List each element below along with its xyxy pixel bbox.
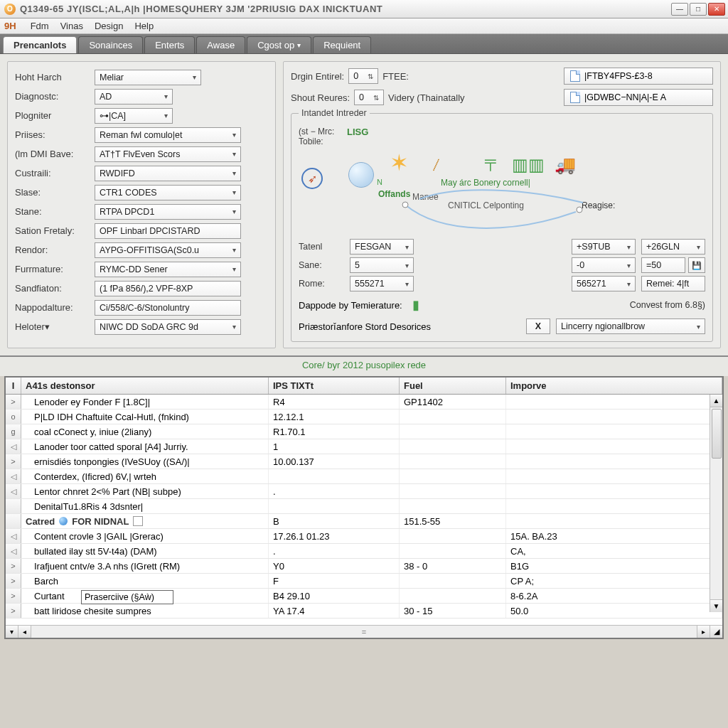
tab-awase[interactable]: Awase: [196, 36, 245, 53]
scroll-left-icon[interactable]: ▾: [6, 626, 18, 638]
table-row[interactable]: ◁Conterdex, (Ificred) 6V,| wrteh: [6, 469, 722, 484]
field-select[interactable]: AYPG-OFFITISGA(Sc0.u▾: [95, 242, 241, 258]
table-row[interactable]: DenitalTu1.8Ris 4 3dsnter|: [6, 499, 722, 514]
row-handle[interactable]: ◁: [6, 469, 21, 483]
row-handle[interactable]: g: [6, 424, 21, 439]
tab-requient[interactable]: Requient: [313, 36, 371, 53]
tab-prencanlots[interactable]: Prencanlots: [3, 36, 77, 53]
table-row[interactable]: >Irafjuent cntv/e 3.A nhs (IGrett (RM)Y0…: [6, 559, 722, 574]
remei-input[interactable]: Remei: 4|ft: [641, 276, 705, 291]
tab-enterts[interactable]: Enterts: [144, 36, 195, 53]
col-fuel[interactable]: Fuel: [400, 378, 506, 394]
field-select[interactable]: Ci/558/C-6/Stonoluntry: [95, 300, 241, 316]
tatenl-select[interactable]: FESGAN▾: [350, 239, 414, 255]
row-handle[interactable]: >: [6, 395, 21, 409]
row-handle[interactable]: ◁: [6, 529, 21, 543]
field-select[interactable]: AD▾: [95, 89, 173, 105]
cell-destonsor: Lentor chnret 2<% Part (NB| subpe): [21, 484, 269, 498]
menu-design[interactable]: Design: [95, 21, 123, 31]
cell-c4: [506, 499, 722, 513]
row-handle[interactable]: >: [6, 604, 21, 618]
cell-c3: [400, 469, 506, 483]
field-select[interactable]: ⊶|CA]▾: [95, 108, 173, 124]
x-button[interactable]: X: [526, 318, 550, 334]
diagram-area: ➶ ✶ ⟋ ╤ ▥▥ 🚚 Offands N May árc Bonery co…: [299, 149, 705, 235]
save-mini-button[interactable]: 💾: [688, 257, 705, 273]
maximize-button[interactable]: □: [690, 3, 707, 16]
battery-icon: ▮: [412, 297, 419, 313]
row-handle[interactable]: ◁: [6, 484, 21, 498]
table-row[interactable]: gcoal cConect y, iniue (2liany)R1.70.1: [6, 424, 722, 439]
menu-help[interactable]: Help: [134, 21, 154, 31]
cell-destonsor: ernisdiés tonpongies (IVeSUoy ((SA/)|: [21, 454, 269, 469]
tab-cgostop[interactable]: Cgost op▾: [247, 36, 311, 53]
field-select[interactable]: RWDIFD▾: [95, 166, 241, 181]
field-select[interactable]: RYMC-DD Sener▾: [95, 262, 241, 277]
drgin-spinner[interactable]: 0⇅: [348, 68, 378, 84]
row-handle[interactable]: [6, 514, 21, 528]
menu-vinas[interactable]: Vinas: [60, 21, 83, 31]
col-ips[interactable]: IPS TIXTt: [269, 378, 400, 394]
globe-icon: [348, 162, 374, 188]
table-row[interactable]: oP|LD IDH Chaftuite Ccal-Hutl, (fnkind)1…: [6, 410, 722, 424]
table-row[interactable]: ◁Lanoder toor catted sporal [A4] Jurriy.…: [6, 439, 722, 454]
r50-input[interactable]: =50: [641, 257, 685, 273]
scroll-left2-icon[interactable]: ◂: [18, 626, 31, 638]
info-button-2[interactable]: |GDWBC−NN|A|-E A: [564, 89, 713, 106]
table-row[interactable]: ◁Content crovle 3 |GAIL |Grerac)17.26.1 …: [6, 529, 722, 544]
row-handle[interactable]: ◁: [6, 439, 21, 454]
badge-label: FOR NIDNAL: [72, 516, 129, 527]
row-handle[interactable]: ◁: [6, 544, 21, 558]
menu-accel[interactable]: 9H: [4, 21, 16, 31]
sgln-select[interactable]: +26GLN▾: [641, 239, 705, 255]
row-handle[interactable]: >: [6, 559, 21, 573]
minimize-button[interactable]: —: [671, 3, 688, 16]
r2-select[interactable]: 565271▾: [572, 276, 636, 291]
sun-icon: ✶: [390, 149, 409, 176]
rome-select[interactable]: 555271▾: [350, 276, 414, 291]
field-select[interactable]: RTPA DPCD1▾: [95, 204, 241, 220]
tab-sonainces[interactable]: Sonainces: [78, 36, 143, 53]
row-handle[interactable]: >: [6, 454, 21, 469]
sane-select[interactable]: 5▾: [350, 257, 414, 273]
table-row[interactable]: Catred FOR NIDNAL B151.5-55: [6, 514, 722, 529]
field-select[interactable]: OPF Linbarl DPCISTARD: [95, 223, 241, 239]
field-select[interactable]: (1 fPa 856/),2 VPF-8XP: [95, 281, 241, 296]
hscroll-track[interactable]: =: [31, 628, 697, 636]
cell-text: Lanoder toor catted sporal [A4] Jurriy.: [34, 441, 188, 452]
scroll-right-icon[interactable]: ▸: [697, 626, 710, 638]
scroll-thumb[interactable]: [712, 409, 722, 459]
col-rowhandle[interactable]: I: [6, 378, 21, 394]
menu-fdm[interactable]: Fdm: [31, 21, 49, 31]
field-select[interactable]: AT†T FlvEven Scors▾: [95, 146, 241, 162]
r0-select[interactable]: -0▾: [572, 257, 636, 273]
table-row[interactable]: >BarchFCP A;: [6, 574, 722, 589]
table-row[interactable]: >Lenoder ey Fonder F [1.8C]|R4GP11402: [6, 395, 722, 410]
vertical-scrollbar[interactable]: ▲ ▼: [710, 395, 722, 612]
horizontal-scrollbar[interactable]: ▾ ◂ = ▸ ◢: [6, 625, 722, 638]
col-imporve[interactable]: Imporve: [506, 378, 722, 394]
table-row[interactable]: >ernisdiés tonpongies (IVeSUoy ((SA/)|10…: [6, 454, 722, 469]
field-select[interactable]: CTR1 CODES▾: [95, 185, 241, 200]
table-row[interactable]: ◁Lentor chnret 2<% Part (NB| subpe).: [6, 484, 722, 499]
close-button[interactable]: ✕: [708, 3, 725, 16]
row-handle[interactable]: >: [6, 574, 21, 588]
cell-editor[interactable]: Praserciive (§Aẁ): [81, 590, 173, 604]
scroll-down-icon[interactable]: ▼: [710, 599, 722, 612]
info-button-1[interactable]: |FTBY4FPS-£3-8: [564, 68, 713, 85]
table-row[interactable]: >batt liridose chesite sumpresYA 17.430 …: [6, 604, 722, 619]
scroll-up-icon[interactable]: ▲: [710, 395, 722, 407]
field-select[interactable]: Reman fwl comulo|et▾: [95, 127, 241, 143]
stub-select[interactable]: +S9TUB▾: [572, 239, 636, 255]
row-handle[interactable]: [6, 499, 21, 513]
field-label: Hoht Harch: [15, 72, 95, 82]
shout-spinner[interactable]: 0⇅: [354, 90, 384, 105]
field-select[interactable]: NIWC DD SoDA GRC 9d▾: [95, 319, 241, 335]
col-destonsor[interactable]: A41s destonsor: [21, 378, 269, 394]
row-handle[interactable]: >: [6, 589, 21, 603]
field-select[interactable]: Meliar▾: [95, 70, 201, 85]
expand-icon: ▾: [297, 41, 301, 49]
table-row[interactable]: ◁bullated ilay stt 5V-t4a) (DAM).CA,: [6, 544, 722, 559]
lincerry-select[interactable]: Lincerry ngionallbrow▾: [556, 318, 705, 334]
row-handle[interactable]: o: [6, 410, 21, 424]
